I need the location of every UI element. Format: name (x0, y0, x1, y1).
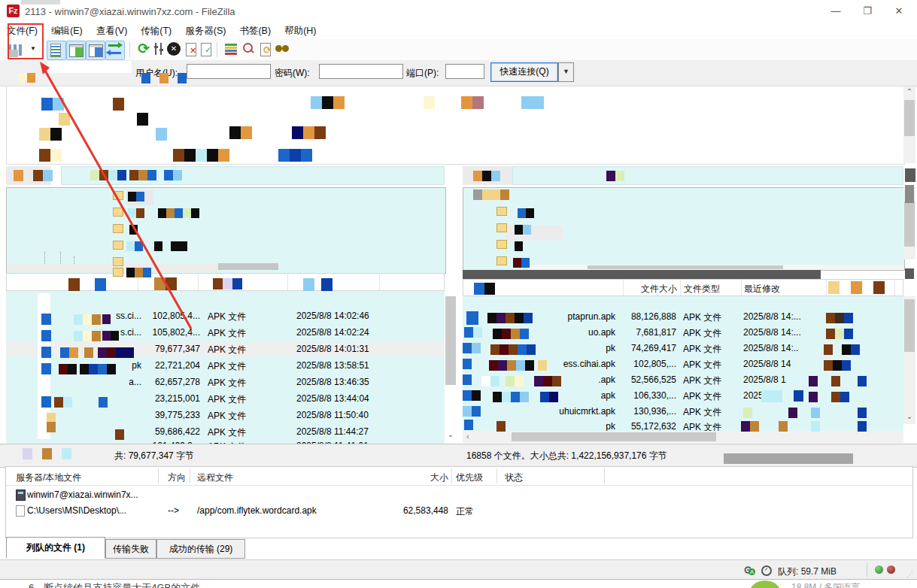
redaction-block (41, 98, 53, 111)
toolbar: ▼⟳✕✕✓⟳ (0, 39, 917, 61)
queue-column-header[interactable]: 服务器/本地文件 (16, 471, 81, 484)
quickconnect-dropdown-button[interactable]: ▼ (558, 62, 574, 82)
folder-icon (113, 208, 123, 217)
remote-list-scrollbar[interactable]: ⌄ (903, 296, 915, 424)
port-input[interactable] (445, 64, 484, 79)
scroll-left-icon[interactable]: ‹ (463, 432, 473, 441)
remote-path-bar[interactable] (463, 165, 903, 186)
close-button[interactable]: ✕ (883, 0, 915, 22)
maximize-button[interactable]: ❐ (852, 0, 883, 22)
redaction-block (33, 170, 43, 181)
file-size: 74,269,417 (620, 343, 676, 355)
minimize-button[interactable]: — (820, 0, 852, 22)
resize-grip[interactable]: ⋰ (906, 571, 914, 577)
menu-item[interactable]: 查看(V) (90, 23, 135, 40)
column-size[interactable]: 文件大小 (628, 283, 677, 296)
redaction-block (828, 281, 840, 294)
redaction-block (141, 73, 150, 83)
redaction-block (98, 364, 107, 374)
redaction-block (466, 311, 478, 325)
table-row[interactable]: ss.ci...102,805,4...APK 文件2025/8/8 14:02… (6, 309, 445, 323)
queue-header[interactable]: 服务器/本地文件方向远程文件大小优先级状态 (6, 467, 912, 486)
queue-row[interactable]: winwin7@xiazai.winwin7x... (6, 488, 911, 503)
synchronized-browsing-icon[interactable] (240, 41, 257, 59)
folder-icon (113, 191, 123, 200)
queue-column-header[interactable]: 方向 (168, 471, 186, 484)
queue-row[interactable]: C:\Users\MSI\Desktop\...-->/app/com.ifly… (6, 504, 911, 519)
redaction-block (851, 281, 862, 294)
redaction-block (842, 344, 851, 355)
table-row[interactable]: uhuicmrkt.apk130,936,...APK 文件 (463, 405, 903, 419)
redaction-block (835, 313, 844, 323)
compare-directories-icon[interactable] (223, 41, 239, 59)
column-type[interactable]: 文件类型 (684, 283, 720, 296)
queue-tab[interactable]: 传输失败 (105, 539, 156, 559)
redaction-block (19, 73, 27, 83)
table-row[interactable]: a...62,657,278APK 文件2025/8/8 13:46:35 (6, 375, 445, 389)
redaction-block (824, 360, 833, 371)
redaction-block (463, 359, 472, 369)
local-list-scrollbar[interactable]: ⌄ (445, 291, 457, 444)
local-tree-toggle-icon[interactable] (66, 41, 86, 60)
scroll-down-icon[interactable]: ⌄ (445, 430, 457, 438)
queue-column-header[interactable]: 大小 (397, 471, 448, 484)
redaction-block (826, 329, 835, 339)
username-input[interactable] (187, 64, 271, 79)
redaction-block (126, 241, 135, 251)
local-directory-tree[interactable] (6, 187, 446, 274)
redaction-block (518, 208, 526, 218)
quickconnect-button[interactable]: 快速连接(Q) (490, 62, 558, 82)
refresh-icon[interactable]: ⟳ (135, 41, 152, 59)
message-log-toggle-icon[interactable] (47, 41, 66, 60)
menu-item[interactable]: 服务器(S) (178, 23, 232, 40)
menu-item[interactable]: 书签(B) (232, 23, 278, 40)
redaction-block (41, 363, 51, 374)
transfer-queue-panel[interactable]: 服务器/本地文件方向远程文件大小优先级状态 winwin7@xiazai.win… (5, 466, 913, 538)
local-path-bar[interactable] (6, 165, 445, 186)
queue-column-header[interactable]: 状态 (505, 471, 523, 484)
redaction-block (59, 113, 70, 126)
menu-item[interactable]: 编辑(E) (44, 23, 90, 40)
redaction-block (165, 277, 177, 290)
redaction-block (858, 421, 867, 432)
redaction-block (511, 392, 520, 402)
redaction-block (136, 208, 144, 218)
process-queue-icon[interactable]: ⟳ (257, 41, 274, 59)
settings-gear-icon[interactable]: ⚙A (743, 564, 755, 575)
queue-tab[interactable]: 列队的文件 (1) (6, 537, 105, 559)
password-input[interactable] (319, 64, 403, 79)
queue-toggle-icon[interactable] (105, 41, 125, 60)
remote-list-hscrollbar[interactable]: ‹ (463, 431, 903, 443)
remote-tree-toggle-icon[interactable] (86, 41, 105, 60)
redaction-block (750, 421, 759, 432)
file-size: 79,677,347 (140, 344, 200, 356)
scroll-down-icon[interactable]: ⌄ (903, 412, 915, 420)
disconnect-icon[interactable]: ✕ (183, 41, 199, 59)
queue-column-header[interactable]: 优先级 (456, 471, 483, 484)
queue-column-header[interactable]: 远程文件 (197, 471, 233, 484)
table-row[interactable]: 59,686,422APK 文件2025/8/8 11:44:27 (6, 425, 445, 439)
message-log-scrollbar[interactable]: ⌃ (903, 86, 915, 163)
file-type: APK 文件 (208, 344, 246, 356)
file-type: APK 文件 (683, 374, 721, 386)
cancel-icon[interactable]: ✕ (165, 41, 182, 59)
speed-limit-icon[interactable] (761, 565, 772, 576)
redaction-block (99, 170, 108, 180)
find-files-icon[interactable] (274, 41, 290, 59)
redaction-block (84, 347, 93, 358)
reconnect-icon[interactable]: ✓ (198, 41, 214, 59)
redaction-block (842, 360, 851, 371)
table-row[interactable]: s.ci...105,802,4...APK 文件2025/8/8 14:02:… (6, 326, 445, 340)
redaction-block (99, 397, 108, 408)
queue-tab[interactable]: 成功的传输 (29) (156, 539, 245, 559)
table-row[interactable]: pk55,172,632APK 文件 (463, 420, 903, 431)
table-row[interactable]: 39,775,233APK 文件2025/8/8 11:50:40 (6, 408, 445, 423)
menu-item[interactable]: 传输(T) (134, 23, 178, 40)
title-bar[interactable]: Fz 2113 - winwin7@xiazai.winwin7xz.com -… (0, 0, 917, 23)
redaction-block (223, 278, 232, 289)
file-modified: 2025/8/8 13:44:04 (296, 393, 369, 405)
redaction-block (811, 421, 820, 432)
column-modified[interactable]: 最近修改 (744, 283, 780, 296)
menu-item[interactable]: 帮助(H) (278, 23, 323, 40)
scroll-up-icon[interactable]: ⌃ (903, 87, 915, 95)
